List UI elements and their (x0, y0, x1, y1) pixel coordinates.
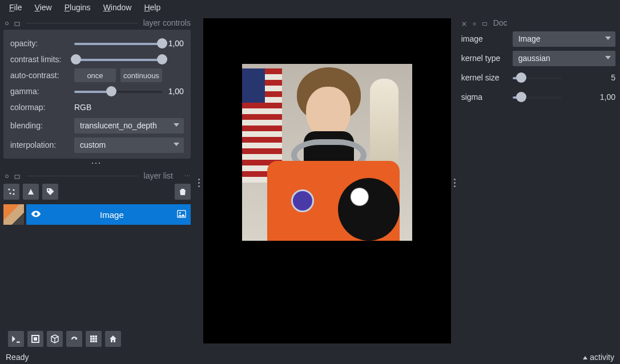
gamma-value: 1,00 (162, 87, 184, 96)
dock-detach-icon[interactable] (14, 19, 21, 26)
svg-rect-22 (95, 341, 98, 343)
blending-label: blending: (10, 121, 74, 130)
visibility-eye-icon[interactable] (31, 209, 41, 221)
image-param-dropdown[interactable]: Image (513, 31, 615, 47)
plugin-dock-header: Doc (461, 17, 615, 29)
chevron-down-icon (605, 37, 611, 40)
svg-rect-14 (90, 335, 92, 338)
contrast-label: contrast limits: (10, 55, 74, 64)
layer-row[interactable]: Image (3, 204, 191, 225)
layer-name: Image (47, 210, 177, 220)
blending-dropdown[interactable]: translucent_no_depth (74, 118, 184, 134)
kernel-size-slider[interactable] (513, 72, 562, 83)
opacity-label: opacity: (10, 39, 74, 48)
autocontrast-continuous-button[interactable]: continuous (120, 68, 162, 82)
contrast-slider[interactable] (74, 54, 162, 65)
kernel-type-label: kernel type (461, 54, 508, 63)
dock-detach-icon[interactable] (482, 19, 489, 26)
svg-point-4 (8, 188, 10, 190)
layer-list-dock-header: layer list ⋮ (3, 170, 191, 181)
svg-rect-17 (90, 338, 92, 340)
layer-controls-dock-header: layer controls (3, 17, 191, 29)
svg-point-0 (6, 22, 9, 25)
svg-rect-19 (95, 338, 98, 340)
dock-close-icon[interactable] (3, 19, 10, 26)
roll-dims-button[interactable] (66, 331, 82, 347)
dock-close-icon[interactable] (3, 172, 10, 179)
viewer-canvas[interactable] (203, 18, 451, 343)
autocontrast-once-button[interactable]: once (74, 68, 116, 82)
menu-help[interactable]: Help (138, 1, 166, 14)
menubar: File View Plugins Window Help (0, 0, 620, 15)
sigma-value: 1,00 (566, 92, 615, 102)
interpolation-label: interpolation: (10, 140, 74, 149)
svg-rect-15 (92, 335, 95, 338)
right-splitter-handle[interactable] (451, 15, 459, 350)
sigma-slider[interactable] (513, 91, 562, 103)
kernel-type-dropdown[interactable]: gaussian (513, 51, 615, 66)
svg-rect-13 (34, 337, 37, 341)
activity-indicator[interactable]: activity (583, 353, 614, 362)
menu-view[interactable]: View (29, 1, 58, 14)
svg-point-5 (13, 189, 14, 191)
menu-file[interactable]: File (3, 1, 28, 14)
layer-controls-title: layer controls (143, 18, 191, 27)
svg-marker-8 (28, 189, 34, 195)
svg-point-7 (13, 193, 14, 195)
layer-controls-panel: opacity: 1,00 contrast limits: auto-cont… (3, 30, 191, 159)
delete-layer-button[interactable] (175, 184, 191, 200)
image-layer-icon (177, 209, 186, 220)
dock-detach-icon[interactable] (14, 172, 21, 179)
dock-float-icon[interactable] (472, 19, 478, 26)
points-tool-button[interactable] (3, 184, 19, 200)
left-splitter-handle[interactable] (195, 15, 203, 350)
displayed-image (242, 64, 412, 241)
gamma-label: gamma: (10, 87, 74, 96)
dock-close-icon[interactable] (461, 19, 468, 26)
gamma-slider[interactable] (74, 86, 162, 97)
svg-point-9 (48, 189, 50, 191)
labels-tool-button[interactable] (42, 184, 58, 200)
svg-rect-18 (92, 338, 95, 340)
svg-point-11 (179, 212, 181, 213)
svg-rect-3 (15, 175, 19, 179)
home-button[interactable] (105, 331, 121, 347)
colormap-value: RGB (74, 103, 184, 112)
layer-thumbnail (3, 204, 24, 225)
chevron-down-icon (174, 123, 179, 127)
svg-point-23 (473, 23, 476, 25)
viewer-toolbuttons (3, 327, 191, 350)
svg-rect-20 (90, 341, 92, 343)
plugin-dock-title: Doc (493, 18, 508, 27)
menu-plugins[interactable]: Plugins (59, 1, 96, 14)
status-text: Ready (6, 353, 29, 362)
kernel-size-value: 5 (566, 73, 615, 82)
colormap-label: colormap: (10, 103, 74, 112)
svg-point-6 (9, 192, 11, 194)
svg-rect-1 (15, 22, 19, 26)
panel-resize-handle[interactable]: ⋯ (3, 160, 191, 170)
svg-rect-16 (95, 335, 98, 338)
kebab-icon[interactable]: ⋮ (184, 173, 191, 179)
chevron-down-icon (605, 56, 611, 59)
ndisplay-2d-button[interactable] (27, 331, 43, 347)
shapes-tool-button[interactable] (23, 184, 39, 200)
chevron-down-icon (174, 143, 179, 146)
kernel-size-label: kernel size (461, 73, 508, 82)
ndisplay-3d-button[interactable] (47, 331, 63, 347)
svg-rect-21 (92, 341, 95, 343)
interpolation-dropdown[interactable]: custom (74, 137, 184, 153)
sigma-label: sigma (461, 92, 508, 102)
status-bar: Ready activity (0, 350, 620, 364)
image-param-label: image (461, 34, 508, 43)
svg-point-2 (6, 175, 9, 178)
console-button[interactable] (8, 331, 24, 347)
opacity-slider[interactable] (74, 38, 162, 49)
svg-rect-24 (482, 23, 486, 26)
autocontrast-label: auto-contrast: (10, 71, 74, 80)
grid-button[interactable] (86, 331, 102, 347)
menu-window[interactable]: Window (98, 1, 138, 14)
layer-list-title: layer list (144, 171, 173, 180)
